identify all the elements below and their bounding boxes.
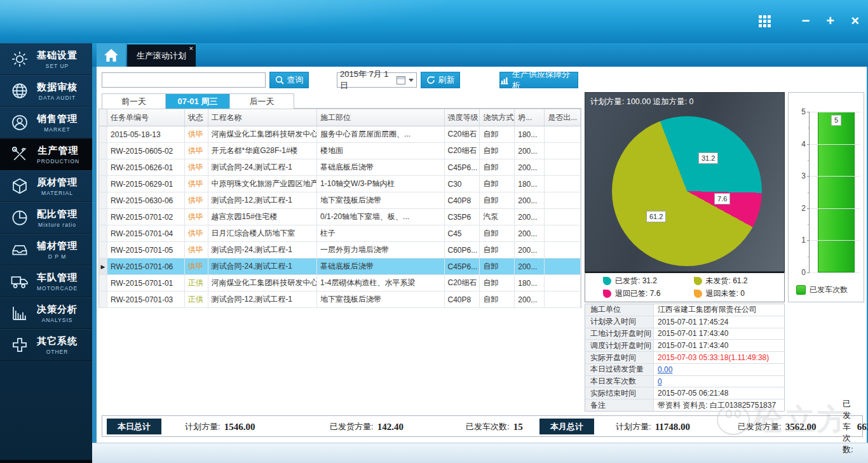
detail-value: 2015-07-01 17:43:40 xyxy=(654,328,784,340)
table-cell: 自卸 xyxy=(480,126,515,142)
table-cell: 河南煤业化工集团科技研发中心-会议... xyxy=(208,275,318,291)
bar-legend-swatch xyxy=(796,285,806,295)
detail-label: 调度计划开盘时间 xyxy=(585,340,654,351)
refresh-button[interactable]: 刷新 xyxy=(421,72,460,88)
sidebar-item-mixture-ratio[interactable]: 配比管理 Mixture ratio xyxy=(0,202,92,234)
table-cell xyxy=(545,225,581,241)
sidebar-item-material[interactable]: 原材管理 MATERIAL xyxy=(0,170,92,202)
row-selector-cell xyxy=(99,275,107,291)
sidebar-item-title: 数据审核 xyxy=(37,81,78,93)
pie-label-unshipped: 61.2 xyxy=(646,211,666,222)
row-selector-cell xyxy=(99,176,107,192)
table-row[interactable]: ▶RW-2015-0701-06供毕测试合同-24,测试工程-1基础底板后浇带C… xyxy=(99,258,581,275)
detail-row: 实际开盘时间2015-07-03 05:33:18(1.11:49:38) xyxy=(585,352,784,364)
legend-label: 已发货: 31.2 xyxy=(615,276,657,286)
table-cell: RW-2015-0701-03 xyxy=(107,292,185,307)
table-cell: 测试合同-24,测试工程-1 xyxy=(208,242,318,258)
plus-icon xyxy=(10,335,29,354)
window-controls: − + × xyxy=(801,14,859,28)
table-cell: 自卸 xyxy=(480,275,515,291)
sidebar-item-set-up[interactable]: 基础设置 SET UP xyxy=(0,43,92,75)
detail-row: 工地计划开盘时间2015-07-01 17:43:40 xyxy=(585,328,784,340)
table-row[interactable]: RW-2015-0701-01正供河南煤业化工集团科技研发中心-会议...1-4… xyxy=(99,275,581,292)
sidebar-item-data-audit[interactable]: 数据审核 DATA AUDIT xyxy=(0,75,92,107)
table-cell: 供毕 xyxy=(185,192,208,208)
table-row[interactable]: RW-2015-0701-05供毕测试合同-24,测试工程-1一层外剪力墙后浇带… xyxy=(99,242,581,258)
legend-swatch xyxy=(694,290,702,298)
table-cell: 180... xyxy=(515,176,545,192)
table-cell: 供毕 xyxy=(185,209,208,225)
sidebar-item-other[interactable]: 其它系统 OTHER xyxy=(0,329,92,361)
table-cell: 自卸 xyxy=(480,242,515,258)
table-cell: RW-2015-0701-01 xyxy=(107,275,185,291)
table-cell: RW-2015-0701-06 xyxy=(107,258,185,274)
detail-value: 江西省建工集团有限责任公司 xyxy=(654,304,784,316)
axis-tick-label: 0 xyxy=(794,268,806,277)
search-input[interactable] xyxy=(102,72,266,88)
row-selector-cell xyxy=(99,126,107,142)
table-cell: C30 xyxy=(445,176,480,192)
detail-label: 实际结束时间 xyxy=(585,387,654,399)
table-cell: RW-2015-0701-04 xyxy=(107,225,185,241)
sidebar-item-title: 基础设置 xyxy=(37,50,78,62)
table-cell: 200... xyxy=(515,225,545,241)
details-table: 施工单位江西省建工集团有限责任公司计划录入时间2015-07-01 17:45:… xyxy=(585,304,785,412)
table-cell: C20细石 xyxy=(445,126,480,142)
tab-close-icon[interactable]: × xyxy=(189,44,193,52)
footer-strip xyxy=(92,443,868,463)
minimize-button[interactable]: − xyxy=(801,14,810,28)
table-row[interactable]: RW-2015-0605-02供毕开元名都*华庭G28F-1#楼楼地面C20细石… xyxy=(99,143,581,159)
sidebar-item-production[interactable]: 生产管理 PRODUCTION xyxy=(0,138,92,170)
table-cell: 1-4层砌体构造柱、水平系梁 xyxy=(317,275,444,291)
sidebar-item-subtitle: PRODUCTION xyxy=(37,158,79,164)
sidebar-item-title: 车队管理 xyxy=(37,272,78,284)
table-cell xyxy=(545,275,581,291)
table-row[interactable]: RW-2015-0629-01供毕中原明珠文化旅游产业园区地产项目...1-10… xyxy=(99,176,581,192)
gear-icon xyxy=(10,50,29,69)
table-row[interactable]: RW-2015-0701-02供毕越宫京园15#住宅楼0/1-20轴地下室墙、板… xyxy=(99,209,581,225)
apps-grid-icon[interactable] xyxy=(759,15,771,28)
day-current-tab[interactable]: 07-01 周三 xyxy=(166,93,230,109)
sidebar-item-title: 配比管理 xyxy=(37,208,78,220)
detail-label: 本日发车次数 xyxy=(585,376,654,387)
pie-panel-title: 计划方量: 100.00 追加方量: 0 xyxy=(590,97,694,107)
top-banner: − + × xyxy=(0,0,868,43)
table-row[interactable]: RW-2015-0701-03正供测试合同-12,测试工程-1地下室筏板后浇带C… xyxy=(99,292,581,308)
axis-tick xyxy=(808,257,810,257)
close-button[interactable]: × xyxy=(851,14,859,28)
day-next-tab[interactable]: 后一天 xyxy=(230,93,294,109)
date-picker[interactable]: 2015年 7月 1日 xyxy=(337,72,417,88)
table-row[interactable]: RW-2015-0630-06供毕测试合同-12,测试工程-1地下室筏板后浇带C… xyxy=(99,192,581,209)
table-row[interactable]: 2015-05-18-13供毕河南煤业化工集团科技研发中心项目-...服务中心首… xyxy=(99,126,581,143)
analysis-button[interactable]: 生产供应保障分析 xyxy=(499,72,578,88)
sidebar: 基础设置 SET UP 数据审核 DATA AUDIT 销售管理 MARKET … xyxy=(0,43,92,463)
tray-icon xyxy=(10,240,29,259)
tab-home[interactable] xyxy=(97,43,126,67)
table-cell xyxy=(545,292,581,307)
legend-label: 退回未签: 0 xyxy=(706,288,745,299)
axis-tick xyxy=(807,208,810,209)
sidebar-item-d-p-m[interactable]: 辅材管理 D P M xyxy=(0,234,92,265)
table-cell: C40P8 xyxy=(445,192,480,208)
maximize-button[interactable]: + xyxy=(826,14,834,28)
tab-production-plan[interactable]: 生产滚动计划 × xyxy=(127,43,196,67)
detail-row: 本日发车次数0 xyxy=(585,376,784,388)
detail-value[interactable]: 0 xyxy=(654,376,784,387)
month-plan-volume: 计划方量:11748.00 xyxy=(616,416,690,438)
sidebar-item-market[interactable]: 销售管理 MARKET xyxy=(0,107,92,138)
sidebar-item-analysis[interactable]: 决策分析 ANALYSIS xyxy=(0,297,92,329)
detail-value[interactable]: 0.00 xyxy=(654,364,784,375)
sidebar-item-motorcade[interactable]: 车队管理 MOTORCADE xyxy=(0,265,92,297)
home-icon xyxy=(104,48,119,62)
date-value: 2015年 7月 1日 xyxy=(340,69,397,91)
bar-value-label: 5 xyxy=(831,115,841,126)
gridline xyxy=(810,176,860,177)
table-row[interactable]: RW-2015-0626-01供毕测试合同-24,测试工程-1基础底板后浇带C4… xyxy=(99,159,581,176)
search-button[interactable]: 查询 xyxy=(269,72,309,88)
day-prev-tab[interactable]: 前一天 xyxy=(102,93,166,109)
table-cell: 自卸 xyxy=(480,258,515,274)
month-shipped-volume: 已发货方量:3562.00 xyxy=(738,416,816,438)
table-cell: 中原明珠文化旅游产业园区地产项目... xyxy=(208,176,318,192)
gridline xyxy=(810,112,860,112)
table-row[interactable]: RW-2015-0701-04供毕日月汇综合楼人防地下室柱子C45自卸200..… xyxy=(99,225,581,242)
